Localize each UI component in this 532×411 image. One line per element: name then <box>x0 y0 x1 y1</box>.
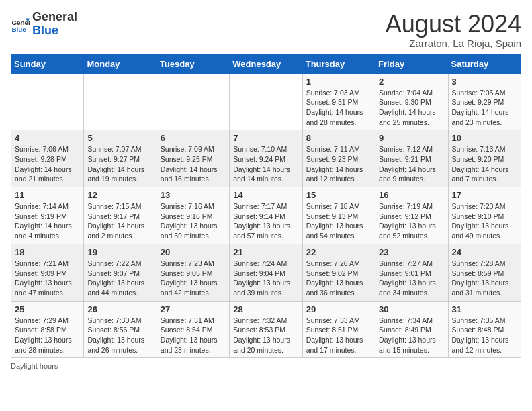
day-info: Sunrise: 7:10 AMSunset: 9:24 PMDaylight:… <box>233 144 298 184</box>
day-number: 4 <box>15 133 80 143</box>
calendar-header-row: SundayMondayTuesdayWednesdayThursdayFrid… <box>11 54 521 73</box>
day-number: 2 <box>379 77 444 87</box>
logo-icon: General Blue <box>11 15 30 34</box>
day-number: 19 <box>87 247 152 257</box>
day-info: Sunrise: 7:32 AMSunset: 8:53 PMDaylight:… <box>233 316 298 355</box>
day-number: 1 <box>306 77 371 87</box>
day-info: Sunrise: 7:14 AMSunset: 9:19 PMDaylight:… <box>15 201 80 241</box>
day-info: Sunrise: 7:34 AMSunset: 8:49 PMDaylight:… <box>379 316 444 355</box>
day-number: 23 <box>379 247 444 257</box>
day-info: Sunrise: 7:29 AMSunset: 8:58 PMDaylight:… <box>15 316 80 355</box>
week-row-1: 1Sunrise: 7:03 AMSunset: 9:31 PMDaylight… <box>11 73 521 130</box>
calendar-cell: 26Sunrise: 7:30 AMSunset: 8:56 PMDayligh… <box>84 301 157 358</box>
calendar-cell: 14Sunrise: 7:17 AMSunset: 9:14 PMDayligh… <box>230 187 302 244</box>
day-number: 28 <box>233 304 298 314</box>
footer-note: Daylight hours <box>11 362 521 370</box>
location: Zarraton, La Rioja, Spain <box>386 38 521 49</box>
calendar-cell: 30Sunrise: 7:34 AMSunset: 8:49 PMDayligh… <box>375 301 448 358</box>
day-info: Sunrise: 7:11 AMSunset: 9:23 PMDaylight:… <box>306 144 371 184</box>
day-info: Sunrise: 7:16 AMSunset: 9:16 PMDaylight:… <box>161 201 226 241</box>
day-number: 15 <box>306 190 371 200</box>
day-number: 7 <box>233 133 298 143</box>
calendar-cell: 25Sunrise: 7:29 AMSunset: 8:58 PMDayligh… <box>11 301 84 358</box>
day-info: Sunrise: 7:22 AMSunset: 9:07 PMDaylight:… <box>87 259 152 298</box>
day-number: 25 <box>15 304 80 314</box>
calendar-cell <box>84 73 157 130</box>
day-number: 12 <box>87 190 152 200</box>
week-row-2: 4Sunrise: 7:06 AMSunset: 9:28 PMDaylight… <box>11 130 521 187</box>
day-info: Sunrise: 7:28 AMSunset: 8:59 PMDaylight:… <box>452 259 517 298</box>
calendar-cell: 20Sunrise: 7:23 AMSunset: 9:05 PMDayligh… <box>157 244 229 301</box>
day-info: Sunrise: 7:20 AMSunset: 9:10 PMDaylight:… <box>452 201 517 241</box>
day-number: 29 <box>306 304 371 314</box>
day-info: Sunrise: 7:35 AMSunset: 8:48 PMDaylight:… <box>452 316 517 355</box>
calendar-cell: 19Sunrise: 7:22 AMSunset: 9:07 PMDayligh… <box>84 244 157 301</box>
day-number: 22 <box>306 247 371 257</box>
week-row-5: 25Sunrise: 7:29 AMSunset: 8:58 PMDayligh… <box>11 301 521 358</box>
calendar-cell: 16Sunrise: 7:19 AMSunset: 9:12 PMDayligh… <box>375 187 448 244</box>
calendar-cell: 23Sunrise: 7:27 AMSunset: 9:01 PMDayligh… <box>375 244 448 301</box>
day-number: 21 <box>233 247 298 257</box>
week-row-3: 11Sunrise: 7:14 AMSunset: 9:19 PMDayligh… <box>11 187 521 244</box>
calendar-cell: 18Sunrise: 7:21 AMSunset: 9:09 PMDayligh… <box>11 244 84 301</box>
calendar-cell: 22Sunrise: 7:26 AMSunset: 9:02 PMDayligh… <box>302 244 375 301</box>
day-info: Sunrise: 7:30 AMSunset: 8:56 PMDaylight:… <box>87 316 152 355</box>
day-number: 9 <box>379 133 444 143</box>
day-number: 5 <box>87 133 152 143</box>
column-header-wednesday: Wednesday <box>230 54 302 73</box>
day-info: Sunrise: 7:13 AMSunset: 9:20 PMDaylight:… <box>452 144 517 184</box>
column-header-friday: Friday <box>375 54 448 73</box>
day-info: Sunrise: 7:15 AMSunset: 9:17 PMDaylight:… <box>87 201 152 241</box>
calendar-cell: 29Sunrise: 7:33 AMSunset: 8:51 PMDayligh… <box>302 301 375 358</box>
column-header-thursday: Thursday <box>302 54 375 73</box>
day-info: Sunrise: 7:33 AMSunset: 8:51 PMDaylight:… <box>306 316 371 355</box>
title-area: August 2024 Zarraton, La Rioja, Spain <box>386 11 521 49</box>
svg-text:Blue: Blue <box>11 26 26 33</box>
calendar-cell: 7Sunrise: 7:10 AMSunset: 9:24 PMDaylight… <box>230 130 302 187</box>
column-header-monday: Monday <box>84 54 157 73</box>
day-number: 11 <box>15 190 80 200</box>
calendar-cell: 12Sunrise: 7:15 AMSunset: 9:17 PMDayligh… <box>84 187 157 244</box>
calendar-cell: 2Sunrise: 7:04 AMSunset: 9:30 PMDaylight… <box>375 73 448 130</box>
header: General Blue General Blue August 2024 Za… <box>11 11 521 49</box>
calendar-cell <box>157 73 229 130</box>
logo: General Blue General Blue <box>11 11 77 38</box>
logo-text: General Blue <box>32 11 77 38</box>
day-number: 3 <box>452 77 517 87</box>
month-year: August 2024 <box>386 11 521 38</box>
calendar-cell: 11Sunrise: 7:14 AMSunset: 9:19 PMDayligh… <box>11 187 84 244</box>
calendar-cell <box>11 73 84 130</box>
day-number: 31 <box>452 304 517 314</box>
calendar-cell: 3Sunrise: 7:05 AMSunset: 9:29 PMDaylight… <box>448 73 521 130</box>
calendar-cell: 31Sunrise: 7:35 AMSunset: 8:48 PMDayligh… <box>448 301 521 358</box>
day-info: Sunrise: 7:04 AMSunset: 9:30 PMDaylight:… <box>379 88 444 128</box>
day-info: Sunrise: 7:31 AMSunset: 8:54 PMDaylight:… <box>161 316 226 355</box>
calendar-cell: 1Sunrise: 7:03 AMSunset: 9:31 PMDaylight… <box>302 73 375 130</box>
day-number: 18 <box>15 247 80 257</box>
day-number: 26 <box>87 304 152 314</box>
day-number: 17 <box>452 190 517 200</box>
day-info: Sunrise: 7:05 AMSunset: 9:29 PMDaylight:… <box>452 88 517 128</box>
column-header-tuesday: Tuesday <box>157 54 229 73</box>
day-number: 30 <box>379 304 444 314</box>
day-number: 6 <box>161 133 226 143</box>
calendar-cell: 17Sunrise: 7:20 AMSunset: 9:10 PMDayligh… <box>448 187 521 244</box>
calendar-cell: 15Sunrise: 7:18 AMSunset: 9:13 PMDayligh… <box>302 187 375 244</box>
day-info: Sunrise: 7:03 AMSunset: 9:31 PMDaylight:… <box>306 88 371 128</box>
day-info: Sunrise: 7:24 AMSunset: 9:04 PMDaylight:… <box>233 259 298 298</box>
day-number: 24 <box>452 247 517 257</box>
day-number: 8 <box>306 133 371 143</box>
day-info: Sunrise: 7:17 AMSunset: 9:14 PMDaylight:… <box>233 201 298 241</box>
calendar-cell: 13Sunrise: 7:16 AMSunset: 9:16 PMDayligh… <box>157 187 229 244</box>
day-info: Sunrise: 7:26 AMSunset: 9:02 PMDaylight:… <box>306 259 371 298</box>
calendar-cell: 4Sunrise: 7:06 AMSunset: 9:28 PMDaylight… <box>11 130 84 187</box>
daylight-label: Daylight hours <box>11 362 58 370</box>
day-info: Sunrise: 7:09 AMSunset: 9:25 PMDaylight:… <box>161 144 226 184</box>
calendar-cell: 27Sunrise: 7:31 AMSunset: 8:54 PMDayligh… <box>157 301 229 358</box>
day-number: 20 <box>161 247 226 257</box>
column-header-saturday: Saturday <box>448 54 521 73</box>
day-number: 27 <box>161 304 226 314</box>
day-number: 10 <box>452 133 517 143</box>
calendar-cell: 10Sunrise: 7:13 AMSunset: 9:20 PMDayligh… <box>448 130 521 187</box>
day-info: Sunrise: 7:23 AMSunset: 9:05 PMDaylight:… <box>161 259 226 298</box>
